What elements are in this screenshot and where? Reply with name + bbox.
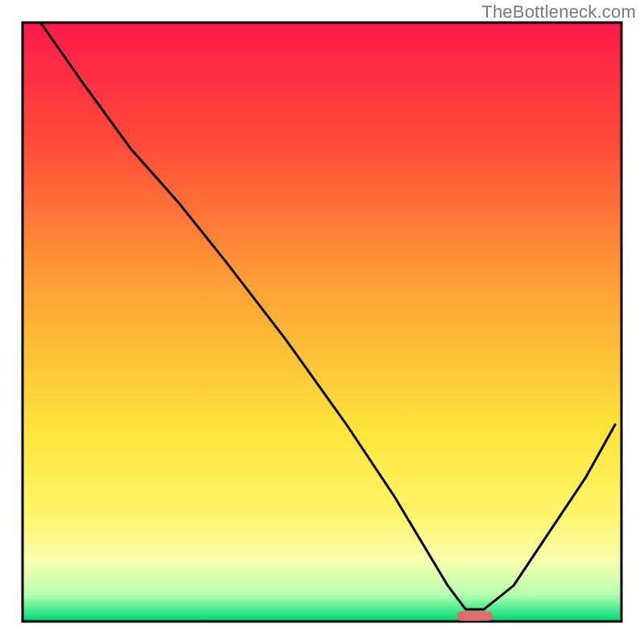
plot-background (23, 23, 621, 621)
chart-frame: TheBottleneck.com (0, 0, 644, 644)
watermark-label: TheBottleneck.com (481, 2, 636, 23)
optimal-range-marker (456, 611, 493, 621)
plot-area (23, 23, 621, 621)
bottleneck-chart (0, 0, 644, 644)
